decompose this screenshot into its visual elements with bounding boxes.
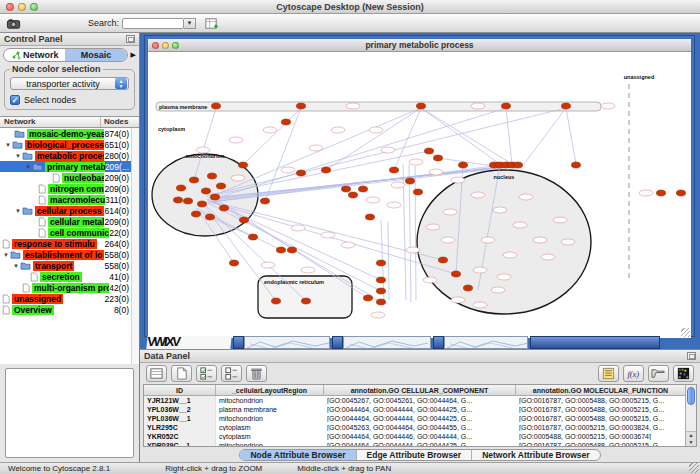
background-window-fragment[interactable] — [233, 336, 244, 349]
tab-edge-attribute-browser[interactable]: Edge Attribute Browser — [357, 450, 473, 460]
search-dropdown-button[interactable]: ▼ — [184, 18, 196, 29]
open-file-icon[interactable] — [648, 365, 669, 382]
search-input[interactable] — [122, 18, 184, 29]
tree-item-cell-communicat[interactable]: cell communicat22(0) — [0, 227, 139, 238]
background-window-fragment[interactable] — [244, 336, 330, 349]
network-node — [260, 198, 269, 204]
show-attributes-icon[interactable] — [146, 365, 167, 382]
table-row[interactable]: YPL036W__2plasma membrane[GO:0044464, GO… — [144, 405, 685, 414]
table-column-header[interactable]: ID — [144, 385, 216, 395]
select-attributes-icon[interactable] — [196, 365, 217, 382]
svg-text:endoplasmic reticulum: endoplasmic reticulum — [264, 279, 324, 285]
attribute-browser-icon[interactable] — [202, 15, 220, 32]
birds-eye-view[interactable] — [5, 368, 134, 458]
heatmap-icon[interactable] — [673, 365, 694, 382]
tree-item-mosaic-demo-yeast[interactable]: mosaic-demo-yeast874(0) — [0, 128, 139, 139]
tree-item-nucleobase-[interactable]: nucleobase-209(0) — [0, 172, 139, 183]
column-nodes[interactable]: Nodes — [101, 117, 139, 127]
network-node — [341, 186, 350, 192]
tree-item-label: biological_process — [25, 140, 104, 150]
select-nodes-checkbox[interactable]: ✓ — [10, 95, 20, 105]
file-icon — [38, 195, 46, 205]
table-scrollbar[interactable]: ▲▼ — [685, 385, 696, 446]
tree-item-unassigned[interactable]: unassigned223(0) — [0, 293, 139, 304]
table-column-header[interactable]: annotation.GO CELLULAR_COMPONENT — [324, 385, 516, 395]
tree-item-cellular-process[interactable]: ▼cellular process614(0) — [0, 205, 139, 216]
tree-item-cellular-metabo[interactable]: cellular metabo209(0) — [0, 216, 139, 227]
table-row[interactable]: YPL036W__1mitochondrion[GO:0044464, GO:0… — [144, 414, 685, 423]
tab-overflow-arrow[interactable]: ▶ — [131, 51, 136, 59]
tree-item-primary-metabo[interactable]: ▼primary metabo209(... — [0, 161, 139, 172]
network-canvas[interactable]: plasma membranecytoplasmmitochondrionnuc… — [148, 52, 691, 338]
node-color-dropdown[interactable]: transporter activity ▲▼ — [10, 77, 129, 90]
create-attribute-icon[interactable] — [171, 365, 192, 382]
svg-text:nucleus: nucleus — [494, 174, 515, 180]
tree-item-label: nitrogen compo — [48, 184, 104, 194]
background-window-fragment[interactable] — [444, 336, 528, 349]
tab-mosaic[interactable]: Mosaic — [65, 49, 126, 61]
tree-item-biological-process[interactable]: ▼biological_process651(0) — [0, 139, 139, 150]
status-welcome: Welcome to Cytoscape 2.8.1 — [8, 464, 110, 473]
background-window-fragment[interactable]: VWIXV — [146, 336, 231, 349]
tree-item-overview[interactable]: Overview8(0) — [0, 304, 139, 315]
background-window-fragment[interactable] — [530, 336, 660, 349]
network-node — [229, 260, 238, 266]
import-list-icon[interactable] — [598, 365, 619, 382]
tab-network-attribute-browser[interactable]: Network Attribute Browser — [472, 450, 599, 460]
unselect-attributes-icon[interactable] — [221, 365, 242, 382]
folder-icon — [22, 151, 33, 160]
network-node — [296, 170, 305, 176]
delete-attribute-icon[interactable] — [246, 365, 267, 382]
tree-item-label: cell communicat — [48, 228, 109, 238]
cell-id: YPL036W__1 — [144, 414, 216, 423]
control-panel-tabs: Network Mosaic ▶ — [0, 46, 139, 64]
expand-triangle-icon[interactable]: ▼ — [14, 208, 22, 214]
background-window-fragment[interactable] — [332, 336, 343, 349]
expand-triangle-icon[interactable]: ▼ — [14, 153, 22, 159]
table-row[interactable]: YKR052Ccytoplasm[GO:0044464, GO:0044446,… — [144, 432, 685, 441]
data-panel-header: Data Panel — [140, 350, 700, 363]
tree-item-label: Overview — [12, 305, 54, 315]
table-row[interactable]: YJR121W__1mitochondrion[GO:0045267, GO:0… — [144, 396, 685, 405]
background-window-fragment[interactable] — [433, 336, 444, 349]
expand-triangle-icon[interactable]: ▼ — [24, 164, 32, 170]
tree-item-nitrogen-compo[interactable]: nitrogen compo209(0) — [0, 183, 139, 194]
window-resize-grip[interactable] — [681, 328, 690, 337]
network-tab-icon — [11, 50, 21, 60]
expand-triangle-icon[interactable]: ▼ — [2, 252, 10, 258]
tree-item-label: establishment of lo — [23, 250, 104, 260]
app-resize-grip[interactable] — [689, 463, 699, 473]
scrollbar-arrows[interactable]: ▲▼ — [686, 431, 696, 446]
table-column-header[interactable]: _cellularLayoutRegion — [216, 385, 324, 395]
tree-item-establishment-of-lo[interactable]: ▼establishment of lo558(0) — [0, 249, 139, 260]
network-view-window[interactable]: primary metabolic process plasma membran… — [145, 36, 694, 336]
network-node — [513, 162, 522, 168]
tab-node-attribute-browser[interactable]: Node Attribute Browser — [240, 450, 356, 460]
tree-item-multi-organism-pro[interactable]: multi-organism pro42(0) — [0, 282, 139, 293]
expand-triangle-icon[interactable]: ▼ — [4, 142, 12, 148]
tree-item-secretion[interactable]: secretion41(0) — [0, 271, 139, 282]
tree-item-metabolic-process[interactable]: ▼metabolic process280(0) — [0, 150, 139, 161]
network-node — [211, 103, 220, 109]
formula-builder-icon[interactable]: f(x) — [623, 365, 644, 382]
background-window-fragment[interactable] — [343, 336, 431, 349]
scrollbar-thumb[interactable] — [687, 387, 695, 405]
float-data-panel-icon[interactable] — [687, 352, 696, 360]
cell-region: cytoplasm — [216, 424, 324, 431]
column-network[interactable]: Network — [0, 117, 101, 127]
tree-item-response-to-stimulu[interactable]: response to stimulu264(0) — [0, 238, 139, 249]
tree-scrollbar[interactable] — [131, 128, 139, 364]
tree-item-label: cellular process — [35, 206, 104, 216]
expand-triangle-icon[interactable]: ▼ — [12, 263, 20, 269]
tab-network[interactable]: Network — [4, 49, 65, 61]
table-column-header[interactable]: annotation.GO MOLECULAR_FUNCTION — [516, 385, 686, 395]
tree-item-macromolecule[interactable]: macromolecule311(0) — [0, 194, 139, 205]
network-tree-header: Network Nodes — [0, 116, 139, 128]
tree-item-transport[interactable]: ▼transport558(0) — [0, 260, 139, 271]
float-panel-icon[interactable] — [126, 35, 135, 43]
network-window-titlebar[interactable]: primary metabolic process — [148, 39, 691, 52]
app-titlebar: Cytoscape Desktop (New Session) — [0, 0, 700, 14]
table-row[interactable]: YLR295Ccytoplasm[GO:0045263, GO:0044464,… — [144, 423, 685, 432]
network-node — [219, 205, 228, 211]
snapshot-camera-icon[interactable] — [4, 15, 22, 32]
